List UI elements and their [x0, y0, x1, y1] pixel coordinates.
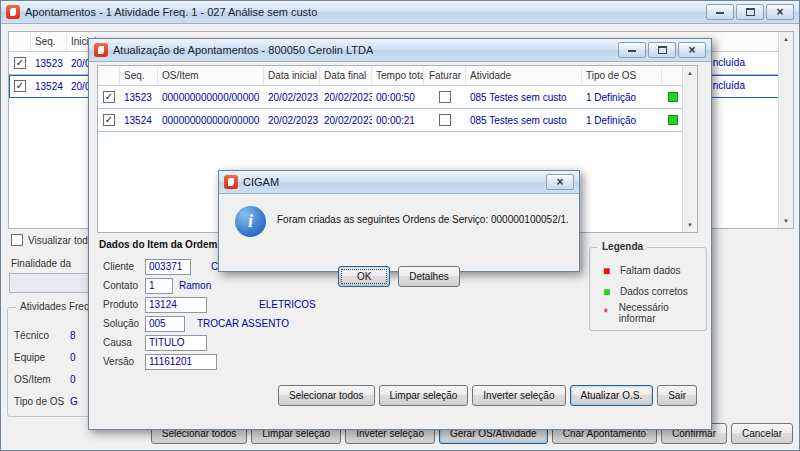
field-label: OS/Item [14, 374, 70, 385]
field-label: Técnico [14, 330, 70, 341]
action-button[interactable]: Atualizar O.S. [570, 385, 654, 406]
row-tempo-total: 00:00:21 [372, 115, 424, 126]
finalidade-label: Finalidade da [11, 258, 71, 269]
field-input[interactable]: 005 [145, 316, 185, 332]
dialog-table-body: ✓ 13523 000000000000/00000 20/02/2023 20… [98, 86, 697, 132]
close-icon: × [776, 6, 783, 18]
scroll-up-icon[interactable]: ▲ [783, 32, 789, 46]
form-field-row: Solução 005 TROCAR ASSENTO [103, 314, 573, 333]
close-icon: × [688, 44, 695, 56]
header-data-inicial: Data inicial [264, 66, 320, 85]
dialog-button-bar: Selecionar todos Limpar seleção Inverter… [278, 385, 697, 406]
table-row[interactable]: ✓ 13523 000000000000/00000 20/02/2023 20… [98, 86, 697, 109]
main-table-scrollbar[interactable]: ▲ ▼ [778, 32, 793, 228]
legend-items: ■ Faltam dados ■ Dados corretos * Necess… [600, 260, 700, 323]
field-value: 0 [70, 352, 76, 363]
dialog-table-header: Seq. OS/Item Data inicial Data final Tem… [98, 66, 697, 86]
header-tempo-total: Tempo total [372, 66, 424, 85]
minimize-button[interactable] [618, 42, 646, 58]
field-input[interactable]: 1 [145, 278, 173, 294]
faturar-checkbox[interactable] [439, 114, 451, 126]
message-box: CIGAM × i Foram criadas as seguintes Ord… [218, 170, 580, 272]
dialog-titlebar[interactable]: Atualização de Apontamentos - 800050 Cer… [89, 39, 711, 62]
row-checkbox[interactable]: ✓ [103, 114, 115, 126]
form-field-row: Produto 13124 ELETRICOS [103, 295, 573, 314]
header-data-final: Data final [320, 66, 372, 85]
row-atividade: 085 Testes sem custo [466, 115, 582, 126]
action-button[interactable]: Sair [657, 385, 697, 406]
legend-label: Dados corretos [620, 286, 688, 297]
row-checkbox[interactable]: ✓ [14, 57, 26, 69]
row-checkbox[interactable]: ✓ [103, 91, 115, 103]
legend-marker-icon: ■ [600, 286, 613, 298]
legend-item: * Necessário informar [600, 302, 700, 323]
maximize-icon [746, 8, 755, 16]
dialog-table-scrollbar[interactable]: ▲ ▼ [682, 66, 697, 232]
field-label: Tipo de OS [14, 396, 70, 407]
close-button[interactable]: × [546, 174, 574, 190]
action-button[interactable]: Cancelar [731, 423, 793, 444]
row-os-item: 000000000000/00000 [158, 92, 264, 103]
legend-item: ■ Faltam dados [600, 260, 700, 281]
field-value: G [70, 396, 78, 407]
app-icon [94, 43, 108, 57]
minimize-icon [628, 48, 636, 52]
app-icon [6, 5, 20, 19]
header-tipo-os: Tipo de OS [582, 66, 662, 85]
legend-label: Necessário informar [619, 302, 700, 324]
maximize-icon [658, 46, 667, 54]
main-titlebar[interactable]: Apontamentos - 1 Atividade Freq. 1 - 027… [1, 1, 799, 24]
visualizar-checkbox[interactable] [11, 234, 23, 246]
action-button[interactable]: Detalhes [398, 266, 459, 287]
field-value: 0 [70, 374, 76, 385]
maximize-button[interactable] [736, 4, 764, 20]
row-data-final: 20/02/2023 [320, 115, 372, 126]
faturar-checkbox[interactable] [439, 91, 451, 103]
messagebox-titlebar[interactable]: CIGAM × [219, 171, 579, 194]
minimize-button[interactable] [706, 4, 734, 20]
field-input[interactable]: 11161201 [145, 354, 217, 370]
scroll-down-icon[interactable]: ▼ [687, 218, 693, 232]
row-tipo-os: 1 Definição [582, 92, 662, 103]
close-button[interactable]: × [678, 42, 706, 58]
row-data-inicial: 20/02/2023 [264, 115, 320, 126]
action-button[interactable]: Inverter seleção [472, 385, 565, 406]
minimize-icon [716, 10, 724, 14]
legend-marker-icon: ■ [600, 265, 613, 277]
field-label: Contato [103, 280, 145, 291]
field-label: Versão [103, 356, 145, 367]
messagebox-message: Foram criadas as seguintes Ordens de Ser… [277, 214, 571, 225]
scroll-down-icon[interactable]: ▼ [783, 214, 789, 228]
legend-title: Legenda [598, 241, 647, 252]
row-seq: 13523 [120, 92, 158, 103]
header-os-item: OS/Item [158, 66, 264, 85]
header-seq: Seq. [120, 66, 158, 85]
field-input[interactable]: 13124 [145, 297, 207, 313]
header-faturar: Faturar [424, 66, 466, 85]
legend-label: Faltam dados [620, 265, 681, 276]
close-icon: × [556, 176, 563, 188]
maximize-button[interactable] [648, 42, 676, 58]
field-label: Causa [103, 337, 145, 348]
action-button[interactable]: OK [338, 266, 390, 287]
info-icon: i [235, 206, 266, 237]
row-atividade: 085 Testes sem custo [466, 92, 582, 103]
field-label: Equipe [14, 352, 70, 363]
visualizar-checkbox-row: Visualizar todo [11, 234, 93, 246]
row-data-final: 20/02/2023 [320, 92, 372, 103]
row-status: ncluída [713, 57, 745, 68]
field-input[interactable]: TITULO [145, 335, 207, 351]
status-square [668, 92, 678, 102]
scroll-up-icon[interactable]: ▲ [687, 66, 693, 80]
action-button[interactable]: Limpar seleção [379, 385, 469, 406]
table-row[interactable]: ✓ 13524 000000000000/00000 20/02/2023 20… [98, 109, 697, 132]
row-status: ncluída [713, 80, 745, 91]
action-button[interactable]: Selecionar todos [278, 385, 375, 406]
row-checkbox[interactable]: ✓ [14, 80, 26, 92]
messagebox-button-bar: OK Detalhes [219, 266, 579, 287]
field-input[interactable]: 003371 [145, 259, 191, 275]
close-button[interactable]: × [766, 4, 794, 20]
row-seq: 13524 [120, 115, 158, 126]
main-window-title: Apontamentos - 1 Atividade Freq. 1 - 027… [25, 6, 317, 18]
form-field-row: Versão 11161201 [103, 352, 573, 371]
